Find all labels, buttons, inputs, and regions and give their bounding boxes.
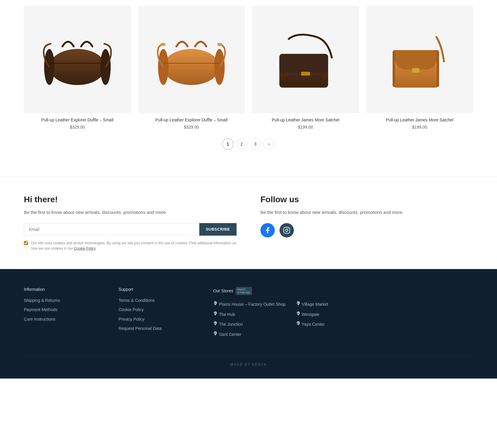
product-image	[382, 22, 457, 97]
stores-grid: Plains House – Factory Outlet Shop The H…	[213, 301, 378, 341]
the-junction-link[interactable]: The Junction	[213, 321, 296, 327]
follow-us-title: Follow us	[260, 195, 473, 204]
next-page-button[interactable]: ›	[263, 138, 275, 150]
product-name: Pull-up Leather James More Satchel	[272, 117, 339, 123]
location-icon	[213, 331, 218, 336]
svg-rect-22	[284, 227, 290, 233]
footer-support: Support Terms & Conditions Cookie Policy…	[118, 287, 201, 341]
location-icon	[213, 301, 218, 306]
location-icon	[296, 301, 301, 306]
village-market-link[interactable]: Village Market	[296, 301, 379, 308]
location-icon	[296, 311, 301, 316]
product-name: Pull-up Leather Explorer Duffle – Small	[155, 117, 228, 123]
cookie-policy-footer-link[interactable]: Cookie Policy	[118, 307, 201, 313]
footer-empty-col	[390, 287, 473, 341]
stores-left-col: Plains House – Factory Outlet Shop The H…	[213, 301, 296, 341]
our-stores-header: Our Stores launch a map app	[213, 287, 378, 295]
svg-point-1	[49, 49, 105, 85]
location-icon	[213, 311, 218, 316]
product-image-wrapper	[366, 6, 473, 113]
footer-information: Information Shipping & Returns Payment M…	[24, 287, 106, 341]
svg-rect-21	[437, 51, 439, 86]
payment-methods-link[interactable]: Payment Methods	[24, 307, 106, 313]
product-card[interactable]: Pull-up Leather Explorer Duffle – Small …	[24, 6, 131, 129]
westgate-link[interactable]: Westgate	[296, 311, 379, 318]
request-personal-data-link[interactable]: Request Personal Data	[118, 326, 201, 332]
launch-badge: launch a map app	[236, 287, 252, 295]
footer: Information Shipping & Returns Payment M…	[0, 269, 497, 379]
sarit-center-link[interactable]: Sarit Center	[213, 331, 296, 338]
subscribe-button[interactable]: SUBSCRIBE	[199, 223, 237, 236]
product-price: $329.00	[70, 125, 85, 129]
product-card[interactable]: Pull-up Leather Explorer Duffle – Small …	[138, 6, 245, 129]
newsletter-description: Be the first to know about new arrivals,…	[24, 209, 237, 216]
email-form: SUBSCRIBE	[24, 223, 237, 236]
newsletter-right: Follow us Be the first to know about new…	[260, 195, 473, 251]
svg-rect-20	[393, 51, 395, 86]
facebook-icon[interactable]	[260, 223, 275, 237]
footer-bottom: MADE BY KENYA	[24, 356, 473, 367]
email-input[interactable]	[24, 223, 199, 236]
svg-rect-19	[412, 68, 420, 72]
product-image	[268, 22, 343, 97]
newsletter-left: Hi there! Be the first to know about new…	[24, 195, 237, 251]
product-image	[40, 22, 115, 97]
product-price: $199.00	[298, 125, 313, 129]
cookie-policy-link[interactable]: Cookie Policy	[74, 246, 96, 251]
plains-house-link[interactable]: Plains House – Factory Outlet Shop	[213, 301, 296, 308]
privacy-policy-link[interactable]: Privacy Policy	[118, 316, 201, 322]
instagram-icon[interactable]	[280, 223, 294, 237]
svg-point-6	[163, 49, 220, 85]
page-wrapper: Pull-up Leather Explorer Duffle – Small …	[0, 0, 497, 379]
shipping-returns-link[interactable]: Shipping & Returns	[24, 298, 106, 304]
our-stores-title: Our Stores	[213, 288, 233, 293]
footer-grid: Information Shipping & Returns Payment M…	[24, 287, 473, 341]
svg-rect-15	[301, 72, 310, 76]
location-icon	[213, 321, 218, 326]
products-grid: Pull-up Leather Explorer Duffle – Small …	[24, 6, 473, 129]
product-card[interactable]: Pull-up Leather James More Satchel $199.…	[366, 6, 473, 129]
the-hub-link[interactable]: The Hub	[213, 311, 296, 318]
svg-rect-14	[279, 54, 328, 72]
stores-right-col: Village Market Westgate Ya	[296, 301, 379, 341]
follow-us-description: Be the first to know about new arrivals,…	[260, 209, 473, 216]
footer-stores: Our Stores launch a map app Plains House…	[213, 287, 378, 341]
support-title: Support	[118, 287, 201, 292]
cookie-checkbox[interactable]	[24, 241, 28, 245]
product-name: Pull-up Leather James More Satchel	[386, 117, 453, 123]
product-price: $199.00	[412, 125, 427, 129]
product-image-wrapper	[252, 6, 359, 113]
product-image	[154, 22, 229, 97]
svg-rect-10	[161, 43, 165, 46]
made-by-label: MADE BY KENYA	[230, 362, 267, 367]
location-icon	[296, 321, 301, 326]
cookie-notice: Our site uses cookies and similar techno…	[24, 240, 237, 251]
product-image-wrapper	[24, 6, 131, 113]
page-3-button[interactable]: 3	[250, 138, 261, 150]
svg-rect-11	[218, 43, 222, 46]
products-section: Pull-up Leather Explorer Duffle – Small …	[0, 0, 497, 177]
product-card[interactable]: Pull-up Leather James More Satchel $199.…	[252, 6, 359, 129]
care-instructions-link[interactable]: Care Instructions	[24, 316, 106, 322]
newsletter-title: Hi there!	[24, 195, 237, 204]
terms-conditions-link[interactable]: Terms & Conditions	[118, 298, 201, 304]
information-title: Information	[24, 287, 106, 292]
product-image-wrapper	[138, 6, 245, 113]
social-icons	[260, 223, 473, 237]
pagination: 1 2 3 ›	[24, 129, 473, 165]
page-1-button[interactable]: 1	[222, 138, 234, 150]
yaya-center-link[interactable]: Yaya Center	[296, 321, 379, 327]
product-price: $329.00	[184, 125, 199, 129]
cookie-text: Our site uses cookies and similar techno…	[31, 240, 237, 251]
newsletter-section: Hi there! Be the first to know about new…	[0, 177, 497, 269]
page-2-button[interactable]: 2	[236, 138, 247, 150]
product-name: Pull-up Leather Explorer Duffle – Small	[41, 117, 113, 123]
